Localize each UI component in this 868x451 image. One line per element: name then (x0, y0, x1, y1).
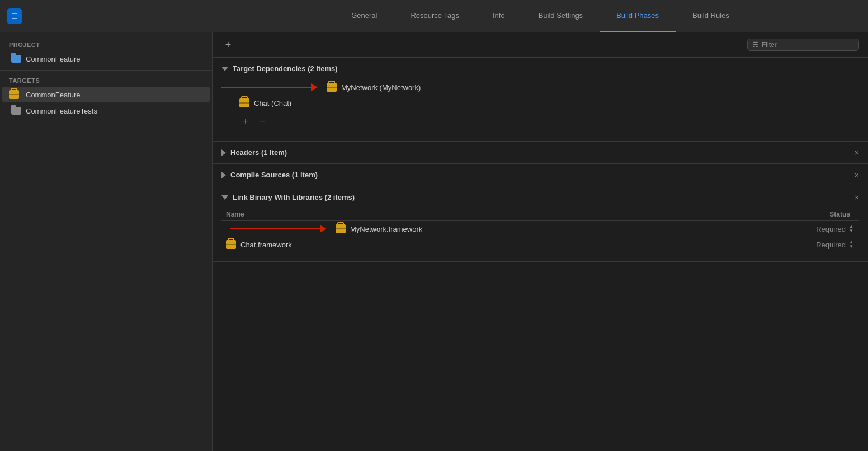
project-section-title: PROJECT (0, 38, 212, 50)
expand-triangle-headers (221, 149, 226, 156)
briefcase-icon-mynetwork-fw (336, 224, 346, 233)
stepper-down-mynetwork[interactable]: ▼ (848, 229, 855, 233)
section-link-binary: Link Binary With Libraries (2 items) × N… (213, 186, 868, 262)
dep-item-mynetwork[interactable]: MyNetwork (MyNetwork) (322, 79, 447, 95)
red-arrow-deps-1 (213, 83, 322, 91)
tab-resource-tags[interactable]: Resource Tags (394, 0, 475, 32)
sidebar-divider (0, 70, 212, 71)
stepper-chat[interactable]: ▲ ▼ (848, 240, 855, 249)
filter-box: ☴ (747, 39, 859, 51)
tab-build-phases[interactable]: Build Phases (600, 0, 676, 32)
lib-row-chat[interactable]: Chat.framework Required ▲ ▼ (221, 237, 859, 252)
stepper-mynetwork[interactable]: ▲ ▼ (848, 224, 855, 233)
lib-name-chat: Chat.framework (226, 240, 771, 249)
sidebar: PROJECT CommonFeature TARGETS CommonFeat… (0, 32, 213, 451)
arrow-head-1 (311, 83, 318, 91)
briefcase-icon-cf (11, 90, 21, 100)
lib-row-mynetwork-container: MyNetwork.framework Required ▲ ▼ (221, 221, 859, 237)
filter-input[interactable] (762, 41, 854, 49)
section-title-compile-sources: Compile Sources (1 item) (230, 171, 318, 179)
add-phase-button[interactable]: + (221, 38, 235, 51)
sidebar-item-commonfeature[interactable]: CommonFeature (2, 87, 210, 102)
dep-add-button[interactable]: + (239, 115, 252, 128)
arrow-head-lib-1 (320, 225, 327, 233)
briefcase-icon-chat (239, 98, 249, 107)
compile-sources-close-button[interactable]: × (855, 171, 859, 180)
lib-table-header-status: Status (771, 210, 855, 218)
folder-gray-icon-cft (11, 106, 21, 116)
dep-row-mynetwork-container: MyNetwork (MyNetwork) (213, 79, 868, 95)
expand-triangle-link-binary (221, 195, 228, 200)
section-header-link-binary[interactable]: Link Binary With Libraries (2 items) × (213, 186, 868, 208)
lib-row-mynetwork[interactable]: MyNetwork.framework Required ▲ ▼ (331, 221, 859, 237)
red-arrow-lib-1 (221, 225, 331, 233)
arrow-line-1 (221, 87, 311, 88)
headers-close-button[interactable]: × (855, 148, 859, 157)
tab-bar-left: □ (0, 8, 213, 24)
section-header-compile-sources[interactable]: Compile Sources (1 item) × (213, 164, 868, 186)
main-layout: PROJECT CommonFeature TARGETS CommonFeat… (0, 32, 868, 451)
folder-blue-icon (11, 54, 21, 64)
dep-label-chat: Chat (Chat) (254, 99, 291, 107)
tab-bar-tabs: General Resource Tags Info Build Setting… (213, 0, 868, 32)
targets-section-title: TARGETS (0, 74, 212, 86)
dep-pm-buttons: + − (213, 111, 868, 132)
lib-table: Name Status MyNetwork.framework (221, 208, 859, 252)
section-header-headers[interactable]: Headers (1 item) × (213, 142, 868, 163)
expand-triangle-target-deps (221, 67, 228, 71)
tab-general[interactable]: General (334, 0, 394, 32)
target-commonfeaturetests-label: CommonFeatureTests (26, 107, 97, 115)
briefcase-icon-mynetwork (327, 83, 337, 92)
target-commonfeature-label: CommonFeature (26, 91, 81, 99)
section-title-link-binary: Link Binary With Libraries (2 items) (233, 193, 355, 201)
dep-label-mynetwork: MyNetwork (MyNetwork) (341, 83, 421, 92)
arrow-line-lib-1 (230, 228, 320, 229)
section-target-dependencies: Target Dependencies (2 items) MyNetwork … (213, 58, 868, 142)
dep-remove-button[interactable]: − (256, 115, 268, 128)
content-toolbar: + ☴ (213, 32, 868, 58)
sidebar-item-commonfeaturetests[interactable]: CommonFeatureTests (2, 103, 210, 119)
section-content-link-binary: Name Status MyNetwork.framework (213, 208, 868, 261)
lib-status-mynetwork: Required ▲ ▼ (771, 224, 855, 233)
section-content-target-dependencies: MyNetwork (MyNetwork) Chat (Chat) + − (213, 79, 868, 141)
section-header-target-dependencies[interactable]: Target Dependencies (2 items) (213, 58, 868, 79)
expand-triangle-compile-sources (221, 172, 226, 178)
tab-build-rules[interactable]: Build Rules (676, 0, 746, 32)
section-compile-sources: Compile Sources (1 item) × (213, 164, 868, 186)
section-title-headers: Headers (1 item) (230, 148, 287, 157)
xcode-icon: □ (7, 8, 22, 24)
tab-bar: □ General Resource Tags Info Build Setti… (0, 0, 868, 32)
briefcase-icon-chat-fw (226, 240, 236, 249)
dep-item-chat[interactable]: Chat (Chat) (213, 95, 868, 111)
link-binary-close-button[interactable]: × (855, 193, 859, 202)
section-headers: Headers (1 item) × (213, 142, 868, 164)
tab-info[interactable]: Info (476, 0, 522, 32)
lib-status-chat: Required ▲ ▼ (771, 240, 855, 249)
tab-build-settings[interactable]: Build Settings (522, 0, 600, 32)
stepper-down-chat[interactable]: ▼ (848, 245, 855, 249)
lib-table-header-name: Name (226, 210, 771, 218)
project-label: CommonFeature (26, 55, 81, 63)
lib-table-header: Name Status (221, 208, 859, 221)
section-title-target-dependencies: Target Dependencies (2 items) (233, 64, 338, 73)
lib-name-mynetwork: MyNetwork.framework (336, 224, 771, 233)
content-area: + ☴ Target Dependencies (2 items) (213, 32, 868, 451)
filter-icon: ☴ (752, 41, 758, 49)
sidebar-item-project[interactable]: CommonFeature (2, 51, 210, 67)
